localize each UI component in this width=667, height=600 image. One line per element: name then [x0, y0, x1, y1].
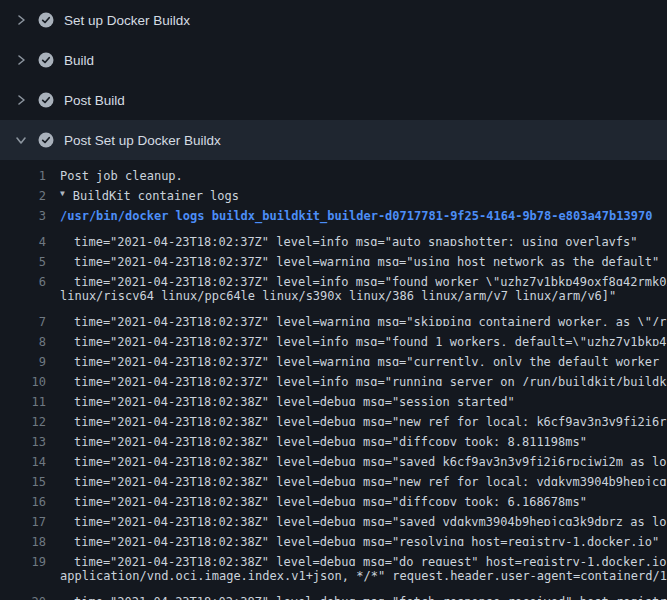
line-text: time="2021-04-23T18:02:37Z" level=info m… — [60, 332, 667, 346]
line-number[interactable]: 18 — [0, 532, 46, 546]
line-text: time="2021-04-23T18:02:38Z" level=debug … — [60, 532, 659, 546]
line-text: time="2021-04-23T18:02:38Z" level=debug … — [60, 552, 667, 566]
log-area: 1 Post job cleanup. 2 ▼BuildKit containe… — [0, 160, 667, 600]
log-line: 4 time="2021-04-23T18:02:37Z" level=info… — [0, 226, 667, 246]
check-circle-icon — [38, 132, 54, 148]
line-number[interactable]: 1 — [0, 166, 46, 186]
chevron-right-icon[interactable] — [12, 52, 30, 68]
line-text: linux/riscv64 linux/ppc64le linux/s390x … — [60, 286, 616, 306]
log-line: 10 time="2021-04-23T18:02:37Z" level=inf… — [0, 366, 667, 386]
chevron-down-icon[interactable] — [12, 132, 30, 148]
line-text: time="2021-04-23T18:02:38Z" level=debug … — [60, 512, 667, 526]
chevron-right-icon[interactable] — [12, 92, 30, 108]
line-number[interactable]: 11 — [0, 392, 46, 406]
line-text: time="2021-04-23T18:02:38Z" level=debug … — [60, 592, 667, 600]
line-text: /usr/bin/docker logs buildx_buildkit_bui… — [60, 206, 652, 226]
log-line: application/vnd.oci.image.index.v1+json,… — [0, 566, 667, 586]
line-text: BuildKit container logs — [73, 186, 239, 206]
line-number[interactable]: 14 — [0, 452, 46, 466]
log-line: 16 time="2021-04-23T18:02:38Z" level=deb… — [0, 486, 667, 506]
chevron-right-icon[interactable] — [12, 12, 30, 28]
line-number[interactable]: 8 — [0, 332, 46, 346]
line-number[interactable]: 7 — [0, 312, 46, 326]
log-line: 19 time="2021-04-23T18:02:38Z" level=deb… — [0, 546, 667, 566]
line-text: time="2021-04-23T18:02:38Z" level=debug … — [60, 432, 587, 446]
log-line: 6 time="2021-04-23T18:02:37Z" level=info… — [0, 266, 667, 286]
line-text: time="2021-04-23T18:02:38Z" level=debug … — [60, 492, 587, 506]
line-number[interactable]: 6 — [0, 272, 46, 286]
line-number[interactable]: 4 — [0, 232, 46, 246]
line-number[interactable]: 5 — [0, 252, 46, 266]
log-line: 14 time="2021-04-23T18:02:38Z" level=deb… — [0, 446, 667, 466]
log-line: 17 time="2021-04-23T18:02:38Z" level=deb… — [0, 506, 667, 526]
log-line: 7 time="2021-04-23T18:02:37Z" level=warn… — [0, 306, 667, 326]
line-text: application/vnd.oci.image.index.v1+json,… — [60, 566, 667, 586]
line-text: time="2021-04-23T18:02:37Z" level=info m… — [60, 372, 667, 386]
log-line: 15 time="2021-04-23T18:02:38Z" level=deb… — [0, 466, 667, 486]
line-number[interactable]: 17 — [0, 512, 46, 526]
log-line: 8 time="2021-04-23T18:02:37Z" level=info… — [0, 326, 667, 346]
line-number[interactable]: 19 — [0, 552, 46, 566]
log-group-toggle[interactable]: 2 ▼BuildKit container logs — [0, 186, 667, 206]
check-circle-icon — [38, 12, 54, 28]
line-number[interactable]: 20 — [0, 592, 46, 600]
line-text: time="2021-04-23T18:02:37Z" level=info m… — [60, 272, 667, 286]
line-text: Post job cleanup. — [60, 166, 183, 186]
line-text: time="2021-04-23T18:02:37Z" level=warnin… — [60, 252, 659, 266]
line-number[interactable]: 15 — [0, 472, 46, 486]
log-line: 11 time="2021-04-23T18:02:38Z" level=deb… — [0, 386, 667, 406]
log-line: 13 time="2021-04-23T18:02:38Z" level=deb… — [0, 426, 667, 446]
line-number[interactable]: 13 — [0, 432, 46, 446]
log-line: 5 time="2021-04-23T18:02:37Z" level=warn… — [0, 246, 667, 266]
log-line: linux/riscv64 linux/ppc64le linux/s390x … — [0, 286, 667, 306]
line-text: time="2021-04-23T18:02:38Z" level=debug … — [60, 472, 667, 486]
step-header[interactable]: Build — [0, 40, 667, 80]
log-line: 12 time="2021-04-23T18:02:38Z" level=deb… — [0, 406, 667, 426]
line-number[interactable] — [0, 286, 46, 306]
line-number[interactable] — [0, 566, 46, 586]
log-line: 3 /usr/bin/docker logs buildx_buildkit_b… — [0, 206, 667, 226]
log-line: 20 time="2021-04-23T18:02:38Z" level=deb… — [0, 586, 667, 600]
line-text: time="2021-04-23T18:02:37Z" level=info m… — [60, 232, 638, 246]
line-text: time="2021-04-23T18:02:38Z" level=debug … — [60, 412, 667, 426]
line-text: time="2021-04-23T18:02:37Z" level=warnin… — [60, 312, 667, 326]
log-line: 1 Post job cleanup. — [0, 166, 667, 186]
line-number[interactable]: 12 — [0, 412, 46, 426]
line-number[interactable]: 3 — [0, 206, 46, 226]
actions-log-viewer: Set up Docker Buildx Build P — [0, 0, 667, 600]
step-title: Post Set up Docker Buildx — [64, 133, 221, 148]
step-title: Post Build — [64, 93, 125, 108]
step-title: Set up Docker Buildx — [64, 13, 190, 28]
line-text: time="2021-04-23T18:02:37Z" level=warnin… — [60, 352, 667, 366]
line-number[interactable]: 2 — [0, 186, 46, 206]
line-number[interactable]: 16 — [0, 492, 46, 506]
log-line: 9 time="2021-04-23T18:02:37Z" level=warn… — [0, 346, 667, 366]
step-header[interactable]: Post Build — [0, 80, 667, 120]
log-line: 18 time="2021-04-23T18:02:38Z" level=deb… — [0, 526, 667, 546]
steps-list: Set up Docker Buildx Build P — [0, 0, 667, 160]
line-text: time="2021-04-23T18:02:38Z" level=debug … — [60, 452, 667, 466]
group-expanded-icon[interactable]: ▼ — [60, 186, 65, 204]
step-title: Build — [64, 53, 94, 68]
check-circle-icon — [38, 92, 54, 108]
step-header[interactable]: Post Set up Docker Buildx — [0, 120, 667, 160]
line-number[interactable]: 9 — [0, 352, 46, 366]
line-number[interactable]: 10 — [0, 372, 46, 386]
line-text: time="2021-04-23T18:02:38Z" level=debug … — [60, 392, 515, 406]
step-header[interactable]: Set up Docker Buildx — [0, 0, 667, 40]
check-circle-icon — [38, 52, 54, 68]
